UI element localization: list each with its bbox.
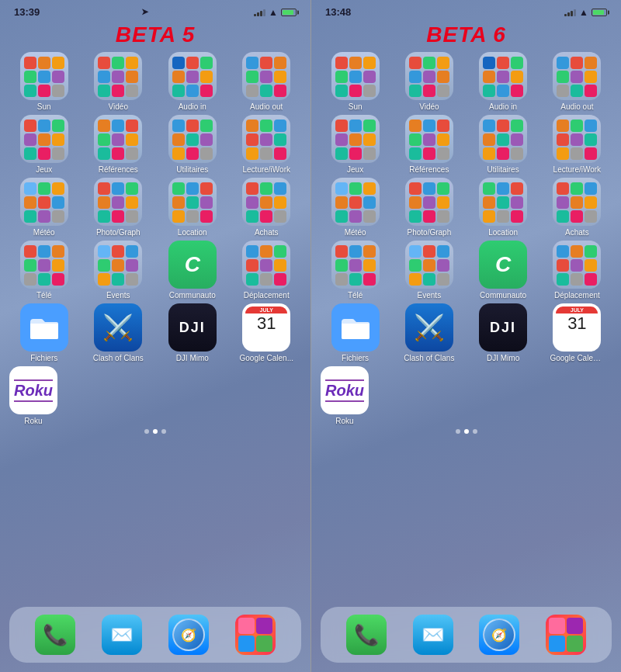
communauto-label: Communauto xyxy=(169,291,216,300)
photo2-icon xyxy=(405,178,453,226)
audioin-label: Audio in xyxy=(179,102,206,112)
dock-music2[interactable] xyxy=(546,615,586,655)
events2-icon xyxy=(405,241,453,289)
app-utilitaires2[interactable]: Utilitaires xyxy=(469,115,538,175)
audioout-label: Audio out xyxy=(250,102,283,112)
app-tele2[interactable]: Télé xyxy=(321,241,390,300)
apps-row2-left: Jeux Références Utilitaires L xyxy=(0,115,310,175)
achats-label: Achats xyxy=(255,228,279,237)
app-events2[interactable]: Events xyxy=(394,241,463,300)
events-label: Events xyxy=(106,291,130,300)
utilitaires-icon xyxy=(168,115,217,163)
beta-title-left: BETA 5 xyxy=(0,23,310,47)
app-photo[interactable]: Photo/Graph xyxy=(84,178,154,237)
app-meteo[interactable]: Météo xyxy=(9,178,79,237)
app-clashofclans[interactable]: ⚔️ Clash of Clans xyxy=(84,303,154,363)
communauto2-icon: C xyxy=(479,241,527,289)
app-googlecal[interactable]: JULY 31 Google Calen... xyxy=(232,303,302,363)
app-location[interactable]: Location xyxy=(158,178,227,237)
events-icon xyxy=(94,241,142,289)
app-references[interactable]: Références xyxy=(84,115,154,175)
app-references2[interactable]: Références xyxy=(394,115,463,175)
clash2-icon: ⚔️ xyxy=(405,303,453,352)
app-sun[interactable]: Sun xyxy=(9,52,79,112)
app-audioout[interactable]: Audio out xyxy=(232,52,302,112)
roku-label: Roku xyxy=(24,417,42,426)
apps-row6-right: Roku Roku xyxy=(311,366,621,426)
dock-phone[interactable]: 📞 xyxy=(35,615,75,655)
app-tele[interactable]: Télé xyxy=(9,241,79,300)
status-icons-left: ▲ xyxy=(254,7,297,18)
roku-icon: Roku xyxy=(9,366,57,414)
app-djimimo2[interactable]: DJI DJI Mimo xyxy=(469,303,538,363)
app-utilitaires[interactable]: Utilitaires xyxy=(158,115,227,175)
lecture-icon xyxy=(242,115,290,163)
app-roku[interactable]: Roku Roku xyxy=(9,366,57,426)
dot2 xyxy=(153,429,158,434)
app-audioin2[interactable]: Audio in xyxy=(469,52,538,112)
deplacement2-label: Déplacement xyxy=(554,291,600,300)
app-location2[interactable]: Location xyxy=(469,178,538,237)
app-photo2[interactable]: Photo/Graph xyxy=(394,178,463,237)
app-deplacement[interactable]: Déplacement xyxy=(232,241,302,300)
audioout2-label: Audio out xyxy=(560,102,593,112)
video-label: Vidéo xyxy=(109,102,128,112)
wifi-right: ▲ xyxy=(579,7,588,18)
dock-mail2[interactable]: ✉️ xyxy=(413,615,453,655)
dock-mail[interactable]: ✉️ xyxy=(102,615,142,655)
app-meteo2[interactable]: Météo xyxy=(321,178,390,237)
status-icons-right: ▲ xyxy=(564,7,607,18)
app-video2[interactable]: Vidéo xyxy=(394,52,463,112)
gcal-label: Google Calen... xyxy=(240,354,294,363)
roku2-label: Roku xyxy=(335,417,353,426)
sun2-label: Sun xyxy=(349,102,363,112)
meteo2-label: Météo xyxy=(345,228,366,237)
app-lecture[interactable]: Lecture/iWork xyxy=(232,115,302,175)
dot1 xyxy=(144,429,149,434)
apps-row2-right: Jeux Références Utilitaires L xyxy=(311,115,621,175)
time-right: 13:48 xyxy=(325,6,351,18)
app-deplacement2[interactable]: Déplacement xyxy=(543,241,612,300)
rdot3 xyxy=(473,429,477,434)
dji2-icon: DJI xyxy=(479,303,527,352)
app-sun2[interactable]: Sun xyxy=(321,52,390,112)
app-jeux2[interactable]: Jeux xyxy=(321,115,390,175)
achats2-label: Achats xyxy=(565,228,589,237)
app-achats[interactable]: Achats xyxy=(232,178,302,237)
app-jeux[interactable]: Jeux xyxy=(9,115,79,175)
app-audioout2[interactable]: Audio out xyxy=(543,52,612,112)
jeux-label: Jeux xyxy=(36,165,52,175)
app-audioin[interactable]: Audio in xyxy=(158,52,227,112)
battery-left xyxy=(281,9,297,16)
dock-phone2[interactable]: 📞 xyxy=(346,615,387,655)
video2-icon xyxy=(405,52,453,100)
fichiers-icon xyxy=(20,303,68,352)
app-clashofclans2[interactable]: ⚔️ Clash of Clans xyxy=(394,303,463,363)
location2-label: Location xyxy=(488,228,518,237)
app-communauto2[interactable]: C Communauto xyxy=(469,241,538,300)
app-fichiers2[interactable]: Fichiers xyxy=(321,303,390,363)
deplacement-icon xyxy=(242,241,290,289)
app-video[interactable]: Vidéo xyxy=(84,52,154,112)
app-fichiers[interactable]: Fichiers xyxy=(9,303,79,363)
app-djimimo[interactable]: DJI DJI Mimo xyxy=(158,303,227,363)
references-icon xyxy=(94,115,142,163)
apps-row1-right: Sun Vidéo Audio in Audio out xyxy=(311,52,621,112)
sun-icon xyxy=(20,52,68,100)
battery-right xyxy=(592,9,607,16)
app-communauto[interactable]: C Communauto xyxy=(158,241,227,300)
app-roku2[interactable]: Roku Roku xyxy=(321,366,369,426)
app-googlecal2[interactable]: JULY 31 Google Calendar xyxy=(543,303,612,363)
app-events[interactable]: Events xyxy=(84,241,154,300)
dock-music[interactable] xyxy=(235,615,276,655)
rdot2 xyxy=(464,429,469,434)
deplacement2-icon xyxy=(553,241,601,289)
app-achats2[interactable]: Achats xyxy=(543,178,612,237)
app-lecture2[interactable]: Lecture/iWork xyxy=(543,115,612,175)
lecture2-label: Lecture/iWork xyxy=(553,165,602,175)
dock-safari2[interactable]: 🧭 xyxy=(479,615,519,655)
dock-safari[interactable]: 🧭 xyxy=(168,615,209,655)
apps-row3-right: Météo Photo/Graph Location Ac xyxy=(311,178,621,237)
photo-label: Photo/Graph xyxy=(96,228,141,237)
communauto-icon: C xyxy=(168,241,217,289)
